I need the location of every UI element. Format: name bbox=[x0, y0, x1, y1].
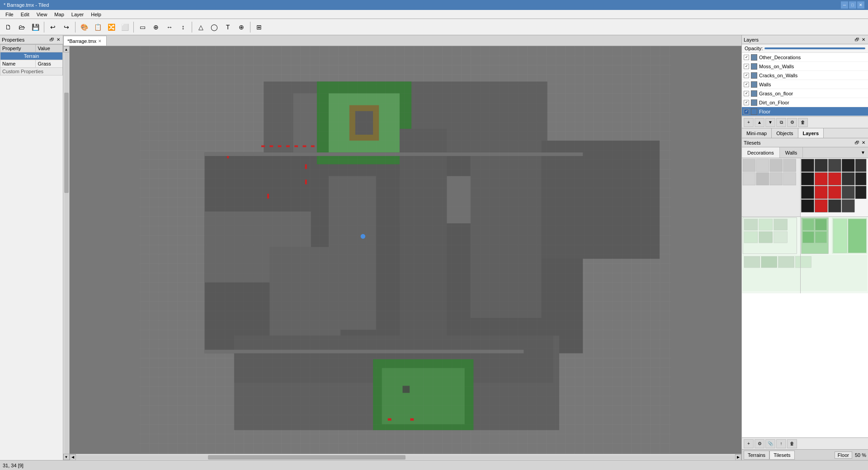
circle-button[interactable]: ◯ bbox=[208, 21, 221, 33]
tileset-props-button[interactable]: ⚙ bbox=[755, 439, 764, 448]
move-layer-down-button[interactable]: ▼ bbox=[765, 118, 775, 127]
vscroll-track[interactable] bbox=[64, 52, 69, 454]
menu-view[interactable]: View bbox=[33, 11, 51, 18]
tileset-dropdown-button[interactable]: ▼ bbox=[858, 150, 868, 155]
floor-label: Floor bbox=[835, 451, 852, 459]
tileset-preview[interactable] bbox=[742, 158, 868, 437]
menu-layer[interactable]: Layer bbox=[68, 11, 88, 18]
undo-button[interactable]: ↩ bbox=[47, 21, 59, 33]
name-value: Grass bbox=[36, 60, 63, 68]
tab-tilesets[interactable]: Tilesets bbox=[769, 451, 795, 460]
layer-icon-walls bbox=[751, 81, 757, 88]
add-layer-button[interactable]: + bbox=[744, 118, 754, 127]
save-button[interactable]: 💾 bbox=[29, 21, 42, 33]
tab-barrage[interactable]: *Barrage.tmx ✕ bbox=[63, 36, 107, 46]
tilesets-close-button[interactable]: ✕ bbox=[861, 140, 866, 145]
layer-dirt-on-floor[interactable]: ✓ Dirt_on_Floor bbox=[742, 98, 868, 107]
right-panel: Layers 🗗 ✕ Opacity: ✓ Other_Decorations bbox=[741, 35, 868, 460]
svg-rect-65 bbox=[802, 200, 814, 212]
svg-rect-60 bbox=[802, 186, 814, 199]
terrain-name: Terrain bbox=[0, 52, 63, 60]
tab-bar: *Barrage.tmx ✕ bbox=[63, 35, 741, 46]
properties-close-button[interactable]: ✕ bbox=[56, 37, 61, 42]
select-button[interactable]: ▭ bbox=[136, 21, 149, 33]
layer-checkbox-dirt[interactable]: ✓ bbox=[744, 100, 749, 105]
layer-moss-on-walls[interactable]: ✓ Moss_on_Walls bbox=[742, 62, 868, 71]
move-layer-up-button[interactable]: ▲ bbox=[755, 118, 764, 127]
tab-objects[interactable]: Objects bbox=[772, 128, 798, 138]
layers-float-button[interactable]: 🗗 bbox=[854, 37, 860, 42]
svg-rect-53 bbox=[842, 159, 854, 172]
svg-rect-59 bbox=[855, 173, 866, 185]
layers-close-button[interactable]: ✕ bbox=[861, 37, 866, 42]
add-tileset-button[interactable]: + bbox=[744, 439, 754, 448]
properties-float-button[interactable]: 🗗 bbox=[49, 37, 55, 42]
close-button[interactable]: ✕ bbox=[857, 1, 864, 9]
svg-rect-83 bbox=[833, 219, 847, 253]
layer-grass-on-floor[interactable]: ✓ Grass_on_floor bbox=[742, 89, 868, 98]
eraser-button[interactable]: ⬜ bbox=[118, 21, 131, 33]
layer-name-cracks: Cracks_on_Walls bbox=[759, 73, 866, 78]
layer-other-decorations[interactable]: ✓ Other_Decorations bbox=[742, 53, 868, 62]
layer-checkbox-floor[interactable]: ✓ bbox=[744, 109, 749, 114]
layer-checkbox-grass[interactable]: ✓ bbox=[744, 91, 749, 96]
remove-tileset-button[interactable]: 🗑 bbox=[787, 439, 797, 448]
redo-button[interactable]: ↪ bbox=[60, 21, 73, 33]
duplicate-layer-button[interactable]: ⧉ bbox=[776, 118, 786, 127]
layer-props-button[interactable]: ⚙ bbox=[787, 118, 797, 127]
hscroll[interactable]: ◀ ▶ bbox=[70, 454, 741, 460]
svg-rect-80 bbox=[803, 231, 814, 243]
move-button[interactable]: ⊕ bbox=[150, 21, 162, 33]
map-canvas[interactable] bbox=[70, 46, 741, 454]
embed-tileset-button[interactable]: 📎 bbox=[765, 439, 775, 448]
text-button[interactable]: T bbox=[222, 21, 234, 33]
object-button[interactable]: ⊕ bbox=[235, 21, 248, 33]
left-vscroll[interactable]: ▲ ▼ bbox=[63, 46, 70, 460]
hscroll-track[interactable] bbox=[76, 455, 735, 460]
flip-v-button[interactable]: ↕ bbox=[177, 21, 189, 33]
layer-checkbox-walls[interactable]: ✓ bbox=[744, 82, 749, 87]
tab-close-icon[interactable]: ✕ bbox=[98, 39, 102, 43]
random-button[interactable]: 🔀 bbox=[105, 21, 118, 33]
minimize-button[interactable]: ─ bbox=[841, 1, 848, 9]
scroll-left-arrow[interactable]: ◀ bbox=[70, 454, 76, 461]
polygon-button[interactable]: △ bbox=[194, 21, 207, 33]
tab-terrains[interactable]: Terrains bbox=[744, 451, 769, 460]
layer-cracks-on-walls[interactable]: ✓ Cracks_on_Walls bbox=[742, 71, 868, 80]
new-button[interactable]: 🗋 bbox=[2, 21, 14, 33]
snap-button[interactable]: ⊞ bbox=[253, 21, 265, 33]
scroll-right-arrow[interactable]: ▶ bbox=[735, 454, 741, 461]
open-button[interactable]: 🗁 bbox=[15, 21, 28, 33]
svg-rect-63 bbox=[842, 186, 854, 199]
layer-walls[interactable]: ✓ Walls bbox=[742, 80, 868, 89]
tab-layers[interactable]: Layers bbox=[798, 128, 824, 138]
layers-header: Layers 🗗 ✕ bbox=[742, 35, 868, 44]
stamp-button[interactable]: 📋 bbox=[91, 21, 104, 33]
tileset-tab-walls[interactable]: Walls bbox=[780, 147, 803, 158]
hscroll-thumb[interactable] bbox=[208, 455, 406, 460]
remove-layer-button[interactable]: 🗑 bbox=[798, 118, 808, 127]
tileset-button[interactable]: 🎨 bbox=[78, 21, 90, 33]
scroll-down-arrow[interactable]: ▼ bbox=[63, 454, 70, 460]
menu-map[interactable]: Map bbox=[51, 11, 67, 18]
opacity-slider[interactable] bbox=[764, 47, 865, 49]
layer-icon-dirt bbox=[751, 99, 757, 106]
menu-edit[interactable]: Edit bbox=[17, 11, 33, 18]
maximize-button[interactable]: □ bbox=[849, 1, 856, 9]
menu-help[interactable]: Help bbox=[87, 11, 105, 18]
tileset-tabs: Decorations Walls ▼ bbox=[742, 147, 868, 158]
layer-checkbox-other-decorations[interactable]: ✓ bbox=[744, 55, 749, 60]
layer-checkbox-moss[interactable]: ✓ bbox=[744, 64, 749, 69]
flip-h-button[interactable]: ↔ bbox=[163, 21, 176, 33]
menu-file[interactable]: File bbox=[2, 11, 17, 18]
tilesets-float-button[interactable]: 🗗 bbox=[854, 140, 860, 145]
layer-floor[interactable]: ✓ Floor bbox=[742, 107, 868, 116]
tab-mini-map[interactable]: Mini-map bbox=[742, 128, 772, 138]
svg-rect-50 bbox=[802, 159, 814, 172]
layer-checkbox-cracks[interactable]: ✓ bbox=[744, 73, 749, 78]
layer-icon-cracks bbox=[751, 72, 757, 79]
scroll-up-arrow[interactable]: ▲ bbox=[63, 46, 70, 52]
export-tileset-button[interactable]: ↑ bbox=[776, 439, 786, 448]
vscroll-thumb[interactable] bbox=[64, 93, 69, 193]
tileset-tab-decorations[interactable]: Decorations bbox=[742, 147, 780, 158]
